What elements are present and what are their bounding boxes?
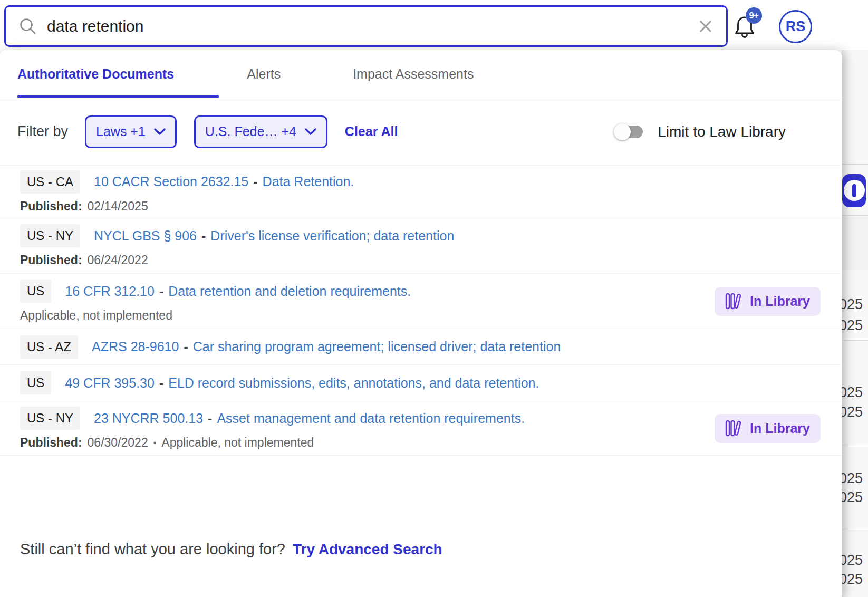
in-library-label: In Library bbox=[750, 294, 810, 309]
results-tab-bar: Authoritative Documents Alerts Impact As… bbox=[0, 50, 842, 98]
result-citation-link[interactable]: AZRS 28-9610 bbox=[92, 339, 179, 354]
limit-to-law-library-toggle[interactable] bbox=[615, 126, 643, 138]
applicability-status: Applicable, not implemented bbox=[20, 309, 172, 323]
result-title-link[interactable]: Driver's license verification; data rete… bbox=[210, 228, 454, 244]
search-icon bbox=[18, 17, 37, 36]
tab-alerts[interactable]: Alerts bbox=[247, 66, 281, 82]
result-row: US - NY NYCL GBS § 906 - Driver's licens… bbox=[0, 218, 842, 274]
result-citation-link[interactable]: 23 NYCRR 500.13 bbox=[94, 411, 203, 426]
result-citation-link[interactable]: 10 CACR Section 2632.15 bbox=[94, 174, 248, 189]
filter-by-label: Filter by bbox=[17, 123, 68, 140]
result-row: US 49 CFR 395.30 - ELD record submission… bbox=[0, 365, 842, 401]
filter-chip-jurisdiction-label: U.S. Fede… +4 bbox=[205, 124, 296, 139]
footer-prompt-text: Still can’t find what you are looking fo… bbox=[20, 541, 285, 558]
jurisdiction-badge: US - CA bbox=[20, 170, 80, 194]
jurisdiction-badge: US bbox=[20, 280, 51, 303]
in-library-badge: In Library bbox=[715, 287, 821, 316]
result-row: US - NY 23 NYCRR 500.13 - Asset manageme… bbox=[0, 401, 842, 456]
published-label: Published: bbox=[20, 199, 82, 214]
result-row: US - AZ AZRS 28-9610 - Car sharing progr… bbox=[0, 329, 842, 365]
citation-title-separator: - bbox=[253, 174, 257, 189]
background-date-fragment: 025 bbox=[842, 552, 863, 569]
background-button-icon bbox=[844, 180, 865, 201]
result-citation-link[interactable]: 49 CFR 395.30 bbox=[65, 375, 155, 391]
advanced-search-footer: Still can’t find what you are looking fo… bbox=[20, 541, 442, 558]
background-date-fragment: 025 bbox=[842, 384, 863, 401]
notifications-button[interactable]: 9+ bbox=[732, 7, 765, 42]
filter-chip-jurisdiction[interactable]: U.S. Fede… +4 bbox=[194, 115, 327, 148]
background-date-fragment: 025 bbox=[842, 571, 863, 588]
citation-title-separator: - bbox=[159, 284, 163, 299]
published-label: Published: bbox=[20, 253, 82, 267]
limit-to-law-library-control: Limit to Law Library bbox=[615, 123, 786, 140]
jurisdiction-badge: US - AZ bbox=[20, 335, 78, 359]
background-primary-button[interactable] bbox=[842, 174, 866, 207]
background-date-fragment: 025 bbox=[842, 296, 863, 313]
global-search-bar[interactable] bbox=[4, 5, 728, 47]
search-input[interactable] bbox=[46, 17, 698, 36]
result-title-link[interactable]: Data Retention. bbox=[263, 174, 354, 189]
citation-title-separator: - bbox=[208, 411, 212, 426]
tab-impact-assessments[interactable]: Impact Assessments bbox=[353, 66, 474, 82]
jurisdiction-badge: US - NY bbox=[20, 224, 80, 247]
result-citation-link[interactable]: 16 CFR 312.10 bbox=[65, 284, 155, 299]
result-title-link[interactable]: Data retention and deletion requirements… bbox=[168, 284, 411, 299]
in-library-label: In Library bbox=[750, 421, 810, 436]
background-date-fragment: 025 bbox=[842, 317, 863, 334]
search-results-panel: Authoritative Documents Alerts Impact As… bbox=[0, 50, 842, 597]
citation-title-separator: - bbox=[184, 339, 188, 354]
background-page-strip: 025 025 025 025 025 025 025 025 bbox=[842, 0, 868, 597]
background-date-fragment: 025 bbox=[842, 404, 863, 420]
filter-chip-laws[interactable]: Laws +1 bbox=[85, 115, 177, 148]
notification-count-badge: 9+ bbox=[746, 7, 762, 24]
citation-title-separator: - bbox=[201, 228, 206, 244]
result-citation-link[interactable]: NYCL GBS § 906 bbox=[94, 228, 197, 244]
result-row: US 16 CFR 312.10 - Data retention and de… bbox=[0, 274, 842, 329]
published-date: 06/24/2022 bbox=[88, 253, 148, 267]
limit-to-law-library-label: Limit to Law Library bbox=[658, 123, 786, 140]
result-title-link[interactable]: ELD record submissions, edits, annotatio… bbox=[168, 375, 539, 391]
filter-bar: Filter by Laws +1 U.S. Fede… +4 Clear Al… bbox=[0, 98, 842, 166]
background-date-fragment: 025 bbox=[842, 470, 863, 487]
published-label: Published: bbox=[20, 436, 82, 450]
try-advanced-search-link[interactable]: Try Advanced Search bbox=[293, 541, 442, 558]
user-avatar[interactable]: RS bbox=[779, 10, 812, 43]
library-books-icon bbox=[725, 419, 743, 437]
active-tab-underline bbox=[17, 95, 219, 98]
in-library-badge: In Library bbox=[715, 414, 821, 443]
applicability-status: Applicable, not implemented bbox=[161, 436, 314, 450]
chevron-down-icon bbox=[305, 128, 316, 136]
clear-all-filters-button[interactable]: Clear All bbox=[345, 124, 398, 139]
jurisdiction-badge: US - NY bbox=[20, 407, 80, 430]
background-date-fragment: 025 bbox=[842, 489, 863, 506]
result-title-link[interactable]: Car sharing program agreement; licensed … bbox=[193, 339, 561, 354]
background-table: 025 025 025 025 025 025 025 025 bbox=[842, 50, 868, 597]
published-date: 02/14/2025 bbox=[88, 199, 148, 214]
library-books-icon bbox=[725, 292, 743, 310]
bullet-separator: • bbox=[153, 438, 157, 448]
citation-title-separator: - bbox=[159, 375, 163, 391]
tab-authoritative-documents[interactable]: Authoritative Documents bbox=[17, 66, 174, 82]
jurisdiction-badge: US bbox=[20, 371, 51, 394]
published-date: 06/30/2022 bbox=[88, 436, 148, 450]
result-row: US - CA 10 CACR Section 2632.15 - Data R… bbox=[0, 166, 842, 218]
chevron-down-icon bbox=[154, 128, 166, 136]
filter-chip-laws-label: Laws +1 bbox=[96, 124, 146, 139]
result-title-link[interactable]: Asset management and data retention requ… bbox=[217, 411, 525, 426]
clear-search-icon[interactable] bbox=[698, 18, 713, 34]
